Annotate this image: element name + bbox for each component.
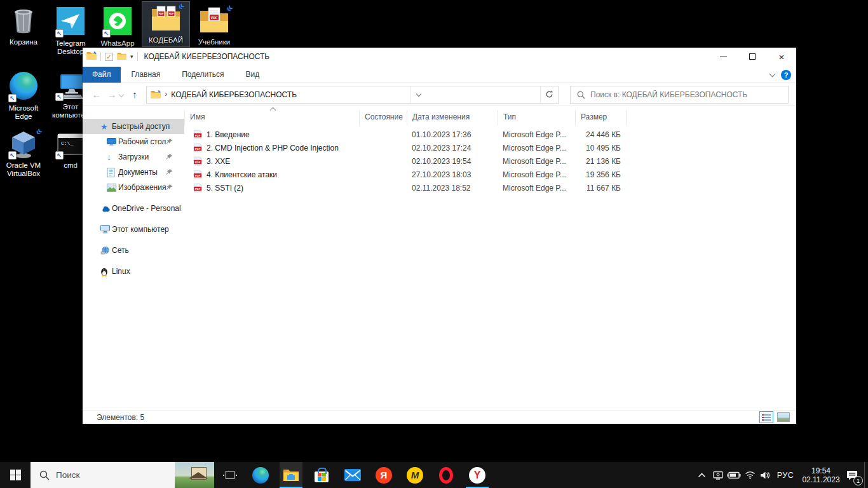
maximize-button[interactable] [738,48,767,65]
sidebar-item-network[interactable]: Сеть [83,243,184,258]
file-size: 10 495 КБ [575,144,626,152]
column-header-status[interactable]: Состояние [359,110,407,125]
separator [137,52,138,61]
taskbar-search-box[interactable] [31,462,214,488]
properties-button[interactable]: ✓ [105,53,113,61]
file-row[interactable]: PDF1. Введение 01.10.2023 17:36 Microsof… [184,128,796,141]
tray-hidden-icons-button[interactable] [694,462,709,488]
desktop-icon-virtualbox[interactable]: ↖ « Oracle VM VirtualBox [0,127,47,180]
folder-pdf-icon: PDFPDF « [151,4,181,34]
taskbar-yandex-browser-button[interactable]: Y [466,462,489,488]
tab-file[interactable]: Файл [83,67,121,83]
taskbar-yandex-button[interactable]: Я [372,462,395,488]
help-button[interactable]: ? [781,70,791,80]
forward-button[interactable]: → [104,89,119,100]
items-count: Элементов: 5 [97,413,144,422]
file-row[interactable]: PDF4. Клиентские атаки 27.10.2023 18:03 … [184,168,796,181]
details-view-button[interactable] [759,411,773,423]
sidebar-item-desktop[interactable]: Рабочий стол [83,134,184,149]
tab-home[interactable]: Главная [121,67,172,83]
breadcrumb[interactable]: КОДЕБАЙ КИБЕРБЕЗОПАСНОСТЬ [171,90,297,99]
pin-icon [166,168,173,177]
file-row[interactable]: PDF2. CMD Injection & PHP Code Injection… [184,141,796,154]
pdf-file-icon: PDF [193,156,203,166]
search-box[interactable] [570,86,789,104]
address-bar[interactable]: › КОДЕБАЙ КИБЕРБЕЗОПАСНОСТЬ [146,86,559,104]
tab-share[interactable]: Поделиться [171,67,234,83]
sidebar-item-pictures[interactable]: Изображения [83,180,184,195]
column-header-size[interactable]: Размер [575,110,626,125]
start-button[interactable] [0,462,31,488]
shortcut-arrow-icon: ↖ [55,151,64,159]
taskbar-edge-button[interactable] [249,462,272,488]
sidebar-item-downloads[interactable]: ↓ Загрузки [83,149,184,165]
opera-icon [439,467,453,484]
taskbar-atom-button[interactable]: M [403,462,426,488]
minimize-button[interactable] [709,48,738,65]
taskbar-explorer-button[interactable] [280,462,302,488]
file-row[interactable]: PDF5. SSTI (2) 02.11.2023 18:52 Microsof… [184,181,796,194]
task-view-icon [223,471,237,479]
taskbar-opera-button[interactable] [435,462,458,488]
column-header-modified[interactable]: Дата изменения [407,110,498,125]
new-folder-button[interactable] [117,52,126,62]
desktop-icon-recycle-bin[interactable]: Корзина [0,4,47,48]
folder-pdf-icon: PDF « [199,6,229,36]
ribbon-tabs: Файл Главная Поделиться Вид ? [83,65,796,83]
sidebar-item-quick-access[interactable]: ★ Быстрый доступ [83,119,184,134]
file-name: 3. XXE [207,157,230,166]
window-title: КОДЕБАЙ КИБЕРБЕЗОПАСНОСТЬ [144,52,270,61]
file-modified: 02.11.2023 18:52 [407,184,498,193]
sidebar-item-linux[interactable]: Linux [83,264,184,279]
recent-locations-icon[interactable] [119,92,124,97]
desktop-icon-whatsapp[interactable]: ↖ WhatsApp [94,4,141,50]
title-bar: ✓ ▾ КОДЕБАЙ КИБЕРБЕЗОПАСНОСТЬ × [83,48,796,65]
tray-volume-icon[interactable] [757,462,773,488]
sidebar-item-onedrive[interactable]: OneDrive - Personal [83,201,184,216]
desktop-mini-icon [107,138,118,146]
tray-battery-icon[interactable] [726,462,742,488]
sidebar-item-documents[interactable]: Документы [83,165,184,180]
navigation-pane: ★ Быстрый доступ Рабочий стол ↓ Загрузки… [83,106,184,410]
tray-wifi-icon[interactable] [742,462,757,488]
file-row[interactable]: PDF3. XXE 02.10.2023 19:54 Microsoft Edg… [184,154,796,168]
clock-date: 02.11.2023 [802,475,839,484]
pin-icon [166,153,173,162]
sidebar-item-label: Этот компьютер [112,225,169,234]
close-button[interactable]: × [767,48,796,65]
desktop-icon-edge[interactable]: ↖ Microsoft Edge [0,69,47,123]
file-modified: 02.10.2023 17:24 [407,144,498,152]
up-button[interactable]: ↑ [127,89,142,100]
desktop-icon-uchebniki[interactable]: PDF « Учебники [191,4,238,48]
tab-view[interactable]: Вид [234,67,270,83]
large-icons-view-button[interactable] [777,412,790,422]
task-view-button[interactable] [219,462,241,488]
expand-ribbon-icon[interactable] [770,71,776,78]
refresh-button[interactable] [540,86,558,103]
file-type: Microsoft Edge P... [498,184,575,193]
address-dropdown-button[interactable] [410,86,428,103]
virtualbox-icon: ↖ « [8,129,39,159]
customize-qat-button[interactable]: ▾ [130,53,133,60]
column-header-type[interactable]: Тип [498,110,575,125]
language-indicator[interactable]: РУС [773,462,798,488]
search-highlight-image[interactable] [175,462,214,488]
action-center-button[interactable]: 1 [840,462,864,488]
sidebar-item-this-pc[interactable]: Этот компьютер [83,222,184,237]
clock[interactable]: 19:54 02.11.2023 [798,462,844,488]
taskbar-search-input[interactable] [56,470,164,480]
shortcut-arrow-icon: ↖ [55,93,64,101]
sidebar-item-label: Быстрый доступ [112,122,170,131]
desktop-icon-kodebay[interactable]: PDFPDF « КОДЕБАЙ [142,2,189,46]
file-size: 11 667 КБ [575,184,626,193]
search-icon [39,470,50,480]
search-input[interactable] [590,90,788,99]
show-desktop-button[interactable] [864,462,868,488]
whatsapp-icon: ↖ [102,7,133,37]
notification-badge: 1 [853,476,863,485]
edge-icon [252,467,269,484]
taskbar-store-button[interactable] [310,462,333,488]
back-button[interactable]: ← [89,89,104,100]
tray-display-icon[interactable] [710,462,726,488]
taskbar-mail-button[interactable] [341,462,364,488]
